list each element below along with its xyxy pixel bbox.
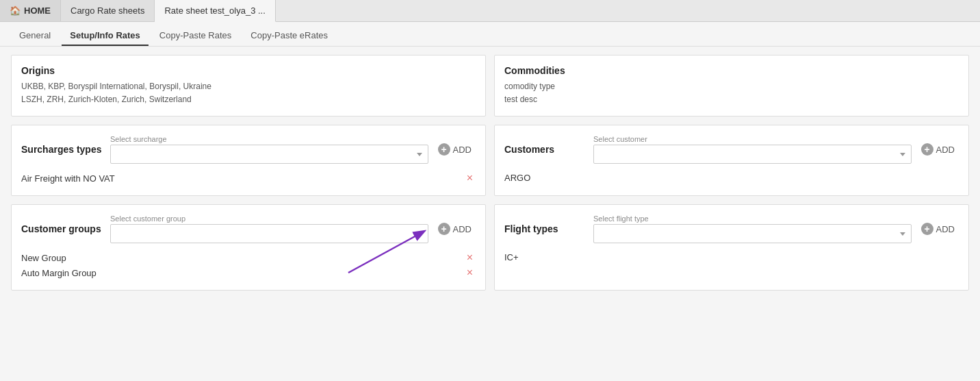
customer-group-item-1: Auto Margin Group × bbox=[21, 265, 476, 280]
cargo-rate-sheets-label: Cargo Rate sheets bbox=[70, 5, 144, 16]
surcharges-select[interactable] bbox=[110, 145, 428, 164]
commodities-card: Commodities comodity type test desc bbox=[494, 55, 969, 116]
customer-group-item-label-1: Auto Margin Group bbox=[21, 268, 96, 278]
customers-plus-icon: + bbox=[921, 143, 933, 156]
tab-setup-info-rates[interactable]: Setup/Info Rates bbox=[62, 26, 149, 46]
customer-item-label-0: ARGO bbox=[504, 173, 530, 183]
tab-copy-paste-erates[interactable]: Copy-Paste eRates bbox=[242, 26, 336, 46]
flight-types-select-label: Select flight type bbox=[593, 214, 912, 223]
customer-item-0: ARGO bbox=[504, 171, 959, 185]
surcharges-add-button[interactable]: + ADD bbox=[434, 140, 476, 158]
commodities-title: Commodities bbox=[504, 65, 959, 76]
customers-card: Customers Select customer + ADD ARGO bbox=[494, 125, 969, 196]
customer-groups-select-label: Select customer group bbox=[110, 214, 428, 223]
surcharges-header: Surcharges types Select surcharge + ADD bbox=[21, 135, 476, 164]
sub-tabs: General Setup/Info Rates Copy-Paste Rate… bbox=[0, 22, 980, 47]
surcharge-remove-0[interactable]: × bbox=[464, 173, 476, 184]
flight-types-add-label: ADD bbox=[936, 224, 955, 234]
origins-line-1: UKBB, KBP, Boryspil International, Borys… bbox=[21, 80, 476, 93]
customer-groups-plus-icon: + bbox=[438, 223, 450, 235]
customer-groups-add-button[interactable]: + ADD bbox=[434, 220, 476, 238]
customers-add-label: ADD bbox=[936, 145, 955, 155]
row-origins-commodities: Origins UKBB, KBP, Boryspil Internationa… bbox=[11, 55, 969, 116]
surcharges-plus-icon: + bbox=[438, 143, 450, 156]
rate-sheet-test-label: Rate sheet test_olya_3 ... bbox=[164, 5, 265, 16]
surcharge-item-0: Air Freight with NO VAT × bbox=[21, 171, 476, 186]
customers-select-wrapper: Select customer bbox=[593, 135, 912, 164]
tab-copy-paste-rates[interactable]: Copy-Paste Rates bbox=[151, 26, 240, 46]
flight-types-plus-icon: + bbox=[921, 223, 933, 235]
main-content: Origins UKBB, KBP, Boryspil Internationa… bbox=[0, 47, 980, 299]
flight-types-title: Flight types bbox=[504, 223, 586, 234]
commodities-line-2: test desc bbox=[504, 93, 959, 106]
customers-select[interactable] bbox=[593, 145, 912, 164]
row-surcharges-customers: Surcharges types Select surcharge + ADD … bbox=[11, 125, 969, 196]
surcharges-select-wrapper: Select surcharge bbox=[110, 135, 428, 164]
row-customer-groups-flight-types: Customer groups Select customer group + … bbox=[11, 204, 969, 291]
commodities-line-1: comodity type bbox=[504, 80, 959, 93]
customers-add-button[interactable]: + ADD bbox=[917, 140, 959, 158]
customers-title: Customers bbox=[504, 144, 586, 155]
surcharges-card: Surcharges types Select surcharge + ADD … bbox=[11, 125, 486, 196]
customer-group-remove-0[interactable]: × bbox=[464, 252, 476, 263]
customers-select-label: Select customer bbox=[593, 135, 912, 143]
home-tab[interactable]: 🏠 HOME bbox=[0, 0, 61, 21]
flight-types-card: Flight types Select flight type + ADD IC… bbox=[494, 204, 969, 291]
origins-title: Origins bbox=[21, 65, 476, 76]
home-icon: 🏠 bbox=[10, 5, 21, 16]
rate-sheet-test-tab[interactable]: Rate sheet test_olya_3 ... bbox=[155, 0, 275, 22]
flight-type-item-0: IC+ bbox=[504, 250, 959, 265]
flight-type-item-label-0: IC+ bbox=[504, 252, 519, 262]
origins-line-2: LSZH, ZRH, Zurich-Kloten, Zurich, Switze… bbox=[21, 93, 476, 106]
customer-groups-title: Customer groups bbox=[21, 223, 103, 234]
flight-types-select[interactable] bbox=[593, 224, 912, 243]
flight-types-header: Flight types Select flight type + ADD bbox=[504, 214, 959, 243]
home-tab-label: HOME bbox=[24, 5, 51, 16]
customer-groups-select[interactable] bbox=[110, 224, 428, 243]
customer-group-item-0: New Group × bbox=[21, 250, 476, 265]
customers-header: Customers Select customer + ADD bbox=[504, 135, 959, 164]
surcharges-select-label: Select surcharge bbox=[110, 135, 428, 143]
surcharges-title: Surcharges types bbox=[21, 144, 103, 155]
surcharge-item-label-0: Air Freight with NO VAT bbox=[21, 173, 115, 184]
cargo-rate-sheets-tab[interactable]: Cargo Rate sheets bbox=[61, 0, 155, 21]
customer-group-item-label-0: New Group bbox=[21, 253, 66, 263]
surcharges-add-label: ADD bbox=[453, 145, 472, 155]
flight-types-select-wrapper: Select flight type bbox=[593, 214, 912, 243]
customer-groups-select-wrapper: Select customer group bbox=[110, 214, 428, 243]
tab-general[interactable]: General bbox=[11, 26, 59, 46]
origins-card: Origins UKBB, KBP, Boryspil Internationa… bbox=[11, 55, 486, 116]
customer-groups-card: Customer groups Select customer group + … bbox=[11, 204, 486, 291]
flight-types-add-button[interactable]: + ADD bbox=[917, 220, 959, 238]
customer-group-remove-1[interactable]: × bbox=[464, 267, 476, 278]
customer-groups-header: Customer groups Select customer group + … bbox=[21, 214, 476, 243]
top-nav: 🏠 HOME Cargo Rate sheets Rate sheet test… bbox=[0, 0, 980, 22]
customer-groups-add-label: ADD bbox=[453, 224, 472, 234]
